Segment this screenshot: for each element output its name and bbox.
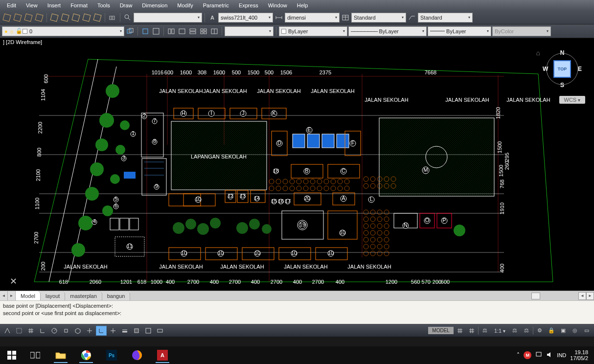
viewcube-top[interactable]: TOP (553, 60, 571, 78)
lineweight-combo[interactable]: ByLayer▾ (428, 26, 491, 36)
osnap-icon[interactable] (61, 326, 71, 336)
wcs-label[interactable]: WCS ▾ (559, 96, 585, 104)
start-button[interactable] (3, 348, 21, 363)
firefox-icon[interactable] (126, 347, 148, 363)
font-combo[interactable]: swiss721lt_400▾ (218, 13, 273, 23)
infer-icon[interactable] (2, 326, 13, 336)
table-style-icon[interactable] (341, 13, 350, 23)
layout4-icon[interactable] (199, 26, 208, 36)
camera-icon[interactable] (108, 13, 117, 23)
cylinder-icon[interactable] (82, 13, 91, 23)
tab-prev-icon[interactable]: ◄ (0, 291, 8, 300)
layer-match-icon[interactable] (151, 26, 161, 36)
scroll-right-icon[interactable]: ► (586, 292, 594, 300)
mls-combo[interactable]: Standard▾ (418, 13, 473, 23)
grid-display2-icon[interactable] (466, 326, 477, 336)
tab-model[interactable]: Model (16, 291, 41, 300)
menu-express[interactable]: Express (234, 1, 263, 10)
qp-icon[interactable] (143, 326, 154, 336)
ducs-icon[interactable] (96, 326, 107, 336)
tray-network-icon[interactable] (535, 351, 542, 359)
workspace-icon[interactable]: ⚙ (534, 326, 545, 336)
color-combo[interactable]: ByLayer▾ (279, 26, 347, 36)
make-current-icon[interactable] (140, 26, 150, 36)
menu-parametric[interactable]: Parametric (198, 1, 234, 10)
photoshop-icon[interactable]: Ps (101, 347, 122, 363)
menu-view[interactable]: View (21, 1, 43, 10)
menu-window[interactable]: Window (263, 1, 292, 10)
layout2-icon[interactable] (177, 26, 187, 36)
annotation-icon[interactable]: ⚖ (480, 326, 490, 336)
grid-display-icon[interactable] (455, 326, 465, 336)
table-style-combo[interactable]: Standard▾ (351, 13, 406, 23)
chrome-icon[interactable] (75, 347, 97, 363)
plotstyle-combo[interactable]: ByColor▾ (492, 26, 551, 36)
home-icon[interactable]: ⌂ (536, 49, 540, 57)
zoom-icon[interactable] (123, 13, 133, 23)
fileexplorer-icon[interactable] (50, 347, 71, 363)
drawing-canvas[interactable]: ⌂ N S W E TOP WCS ▾ ✕ (0, 47, 594, 291)
sphere-icon[interactable] (71, 13, 81, 23)
viewport-scale-combo[interactable]: ▾ (225, 26, 274, 36)
taskview-icon[interactable] (24, 347, 46, 363)
lwt-icon[interactable] (119, 326, 130, 336)
tab-masterplan[interactable]: masterplan (65, 291, 102, 300)
command-line[interactable]: base point or [Displacement] <Displaceme… (0, 300, 594, 324)
tab-bangun[interactable]: bangun (102, 291, 131, 300)
3dosnap-icon[interactable] (72, 326, 83, 336)
text-style-icon[interactable]: A (207, 13, 217, 23)
dyn-icon[interactable] (108, 326, 118, 336)
tray-clock[interactable]: 19.18 17/05/2 (570, 349, 591, 361)
snap-icon[interactable] (14, 326, 24, 336)
torus-icon[interactable] (92, 13, 102, 23)
menu-draw[interactable]: Draw (115, 1, 137, 10)
grid-icon[interactable] (25, 326, 36, 336)
scroll-thumb[interactable] (531, 293, 540, 299)
annotation-visibility-icon[interactable]: ⚖ (509, 326, 520, 336)
polar-icon[interactable] (49, 326, 60, 336)
sc-icon[interactable] (155, 326, 165, 336)
dim-style-combo[interactable]: dimensi▾ (285, 13, 340, 23)
model-paper-toggle[interactable]: MODEL (428, 327, 454, 334)
autocad-icon[interactable]: A (152, 347, 173, 363)
tray-language[interactable]: IND (557, 352, 566, 358)
scroll-left-icon[interactable]: ◄ (578, 292, 586, 300)
wedge-icon[interactable] (49, 13, 59, 23)
hardware-accel-icon[interactable]: ▣ (558, 326, 569, 336)
tray-chevron-icon[interactable]: ˄ (517, 352, 520, 359)
annotation-auto-icon[interactable]: ⚖ (521, 326, 532, 336)
menu-modify[interactable]: Modify (172, 1, 198, 10)
horizontal-scrollbar[interactable]: ◄ ► (130, 291, 594, 300)
lock-ui-icon[interactable]: 🔒 (546, 326, 557, 336)
linetype-combo[interactable]: ──────── ByLayer▾ (348, 26, 427, 36)
layer-combo[interactable]: ● ☼ 🔓 0▾ (2, 26, 124, 36)
visual-style-combo[interactable]: ▾ (134, 13, 202, 23)
new-icon[interactable] (2, 13, 12, 23)
menu-format[interactable]: Format (66, 1, 92, 10)
layout3-icon[interactable] (188, 26, 198, 36)
open-icon[interactable] (13, 13, 23, 23)
view-cube[interactable]: N S W E TOP (543, 49, 582, 89)
cone-icon[interactable] (60, 13, 70, 23)
isolate-icon[interactable]: ◎ (570, 326, 580, 336)
tab-next-icon[interactable]: ► (8, 291, 16, 300)
ortho-icon[interactable] (37, 326, 48, 336)
dim-style-icon[interactable] (274, 13, 284, 23)
close-icon[interactable]: ✕ (10, 276, 17, 287)
layer-prev-icon[interactable] (125, 26, 135, 36)
menu-edit[interactable]: Edit (2, 1, 21, 10)
clean-screen-icon[interactable]: ▭ (581, 326, 592, 336)
menu-help[interactable]: Help (292, 1, 313, 10)
save-icon[interactable] (23, 13, 33, 23)
box-icon[interactable] (34, 13, 44, 23)
tpy-icon[interactable] (131, 326, 142, 336)
otrack-icon[interactable] (84, 326, 95, 336)
tab-layout[interactable]: layout (41, 291, 65, 300)
multileader-style-icon[interactable] (407, 13, 417, 23)
layout1-icon[interactable] (166, 26, 176, 36)
annotation-scale[interactable]: 1:1 ▾ (491, 327, 508, 335)
menu-insert[interactable]: Insert (43, 1, 66, 10)
menu-tools[interactable]: Tools (92, 1, 115, 10)
tray-volume-icon[interactable] (546, 351, 553, 359)
layout5-icon[interactable] (209, 26, 219, 36)
